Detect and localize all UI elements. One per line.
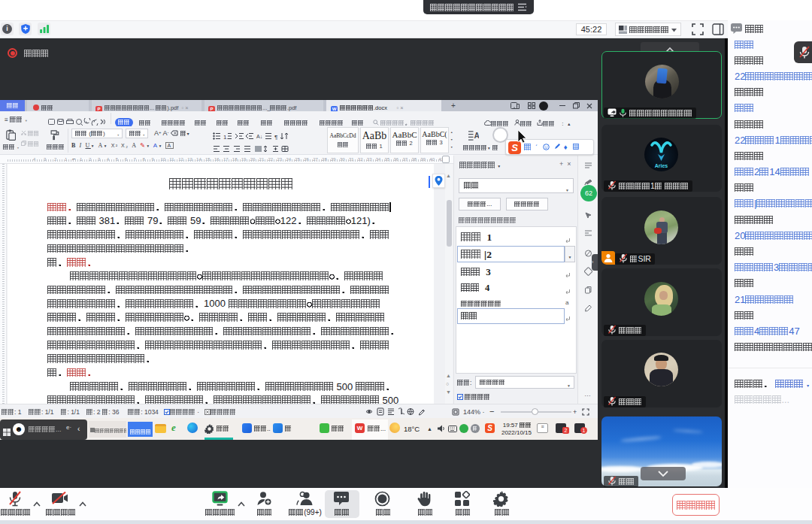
svg-text:Aries: Aries xyxy=(655,163,668,168)
svg-text:A↓: A↓ xyxy=(256,134,262,139)
svg-text:1.: 1. xyxy=(223,134,229,140)
svg-text:¶: ¶ xyxy=(274,134,277,141)
svg-text:A: A xyxy=(474,132,479,140)
